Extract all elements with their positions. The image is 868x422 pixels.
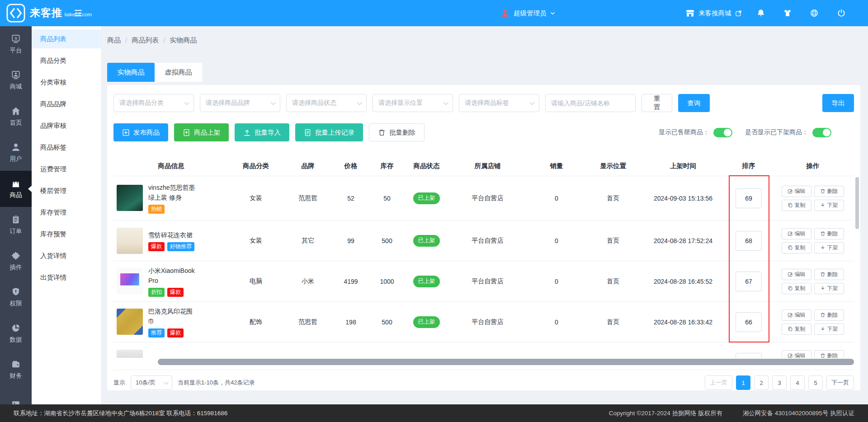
next-page-button[interactable]: 下一页 — [826, 375, 854, 390]
sidebar-item[interactable]: 商品品牌 — [32, 94, 101, 113]
breadcrumb-item[interactable]: 商品列表 — [132, 36, 159, 45]
rail-nav-item[interactable]: 首页 — [0, 98, 32, 135]
notifications-bell-icon[interactable] — [756, 9, 765, 18]
edit-button[interactable]: 编辑 — [782, 228, 811, 239]
edit-button[interactable]: 编辑 — [782, 309, 811, 321]
bulk-action-button[interactable]: 批量删除 — [369, 123, 425, 141]
query-button[interactable]: 查询 — [678, 94, 710, 112]
horizontal-scrollbar — [113, 359, 854, 365]
sidebar-item[interactable]: 商品列表 — [32, 29, 101, 48]
delete-button[interactable]: 删除 — [814, 269, 844, 280]
unlist-button[interactable]: 下架 — [814, 283, 844, 294]
delete-button[interactable]: 删除 — [814, 350, 844, 358]
page-number-button[interactable]: 4 — [790, 375, 805, 390]
language-globe-icon[interactable] — [810, 9, 819, 18]
rail-nav-item[interactable]: 商品 — [0, 171, 32, 207]
sidebar-item[interactable]: 入货详情 — [32, 246, 101, 265]
rail-nav-item[interactable]: 权限 — [0, 279, 32, 315]
vertical-scrollbar-thumb[interactable] — [855, 177, 859, 229]
toggle-switch[interactable] — [812, 128, 831, 137]
copy-button[interactable]: 复制 — [782, 324, 811, 335]
sidebar-item[interactable]: 库存预警 — [32, 225, 101, 244]
unlist-button[interactable]: 下架 — [814, 242, 844, 253]
pagination-row: 显示 10条/页 当前显示1-10条，共42条记录 上一页 1 2 3 4 5 — [113, 370, 854, 390]
brand-cell: 其它 — [283, 237, 333, 245]
rail-nav-item[interactable]: 用户 — [0, 135, 32, 171]
filter-select[interactable]: 请选择商品品牌 — [200, 94, 280, 112]
reset-button[interactable]: 重置 — [642, 94, 672, 112]
unlist-button[interactable]: 下架 — [814, 324, 844, 335]
sort-input[interactable]: 68 — [736, 231, 762, 251]
copy-button[interactable]: 复制 — [782, 200, 811, 211]
unlist-button[interactable]: 下架 — [814, 200, 844, 211]
rail-nav-item[interactable]: 数据 — [0, 315, 32, 352]
page-size-value: 10条/页 — [136, 379, 156, 387]
user-menu[interactable]: 超级管理员 — [500, 0, 555, 26]
sidebar-item[interactable]: 商品标签 — [32, 138, 101, 157]
rail-nav-item[interactable]: 商城 — [0, 62, 32, 98]
sort-input[interactable]: 66 — [736, 312, 762, 332]
rail-nav-label: 商品 — [10, 191, 22, 199]
sidebar-item[interactable]: 分类审核 — [32, 73, 101, 92]
edit-button[interactable]: 编辑 — [782, 350, 811, 358]
rail-nav-item[interactable]: 插件 — [0, 243, 32, 279]
product-title: 小米XiaomiBook Pro — [148, 266, 195, 286]
tab[interactable]: 虚拟商品 — [155, 63, 202, 82]
shop-decoration-shirt-icon[interactable] — [783, 9, 792, 18]
sidebar-item[interactable]: 运费管理 — [32, 159, 101, 178]
toggle-switch[interactable] — [713, 128, 732, 137]
export-button[interactable]: 导出 — [822, 94, 854, 112]
rail-nav-item[interactable]: 订单 — [0, 207, 32, 243]
filter-select[interactable]: 请选择显示位置 — [373, 94, 453, 112]
delete-button[interactable]: 删除 — [814, 228, 844, 239]
bulk-action-button[interactable]: 发布商品 — [113, 123, 168, 141]
brand-cell: 小米 — [283, 277, 333, 286]
sidebar-item[interactable]: 品牌审核 — [32, 116, 101, 135]
horizontal-scrollbar-thumb[interactable] — [158, 359, 854, 365]
copy-button[interactable]: 复制 — [782, 283, 811, 294]
rail-nav-item[interactable]: S 平台 — [0, 26, 32, 62]
page-number-button[interactable]: 3 — [772, 375, 787, 390]
copy-button[interactable]: 复制 — [782, 242, 811, 253]
sort-input[interactable]: 67 — [736, 272, 762, 291]
page-number-button[interactable]: 5 — [808, 375, 823, 390]
sort-input[interactable]: 69 — [736, 188, 762, 208]
mall-link[interactable]: 来客推商城 — [685, 0, 742, 26]
bulk-action-button[interactable]: 批量上传记录 — [295, 123, 363, 141]
sidebar-item[interactable]: 库存管理 — [32, 203, 101, 222]
page-number-button[interactable]: 1 — [736, 375, 750, 390]
column-header: 库存 — [369, 162, 405, 170]
page-number-button[interactable]: 2 — [754, 375, 769, 390]
product-tags: 折扣爆款 — [148, 288, 195, 297]
users-icon — [11, 142, 21, 152]
tab[interactable]: 实物商品 — [107, 63, 155, 82]
search-input[interactable] — [545, 94, 636, 112]
sidebar-item[interactable]: 楼层管理 — [32, 181, 101, 200]
bulk-action-button[interactable]: 批量导入 — [235, 123, 289, 141]
delete-button[interactable]: 删除 — [814, 186, 844, 197]
column-header: 商品分类 — [229, 162, 283, 170]
sidebar-item-label: 商品品牌 — [40, 100, 66, 108]
page-size-select[interactable]: 10条/页 — [131, 375, 172, 390]
edit-button[interactable]: 编辑 — [782, 269, 811, 280]
filter-select[interactable]: 请选择商品标签 — [459, 94, 539, 112]
breadcrumb-item[interactable]: 商品 — [107, 36, 121, 45]
sort-input[interactable] — [736, 353, 762, 358]
filter-select[interactable]: 请选择商品分类 — [113, 94, 194, 112]
delete-button[interactable]: 删除 — [814, 309, 844, 321]
sidebar-item[interactable]: 商品分类 — [32, 51, 101, 70]
file-up-icon — [183, 129, 190, 136]
logout-power-icon[interactable] — [837, 9, 846, 18]
price-cell: 99 — [333, 237, 369, 244]
logo-icon — [6, 4, 25, 23]
edit-button[interactable]: 编辑 — [782, 186, 811, 197]
collapse-sidebar-icon[interactable] — [73, 8, 83, 18]
rail-nav-item[interactable] — [0, 388, 32, 404]
permissions-icon — [11, 287, 21, 297]
prev-page-button[interactable]: 上一页 — [705, 375, 732, 390]
bulk-action-button[interactable]: 商品上架 — [174, 123, 229, 141]
sidebar-item-label: 运费管理 — [40, 165, 66, 173]
rail-nav-item[interactable]: 财务 — [0, 352, 32, 388]
sidebar-item[interactable]: 出货详情 — [32, 268, 101, 287]
filter-select[interactable]: 请选择商品状态 — [286, 94, 367, 112]
